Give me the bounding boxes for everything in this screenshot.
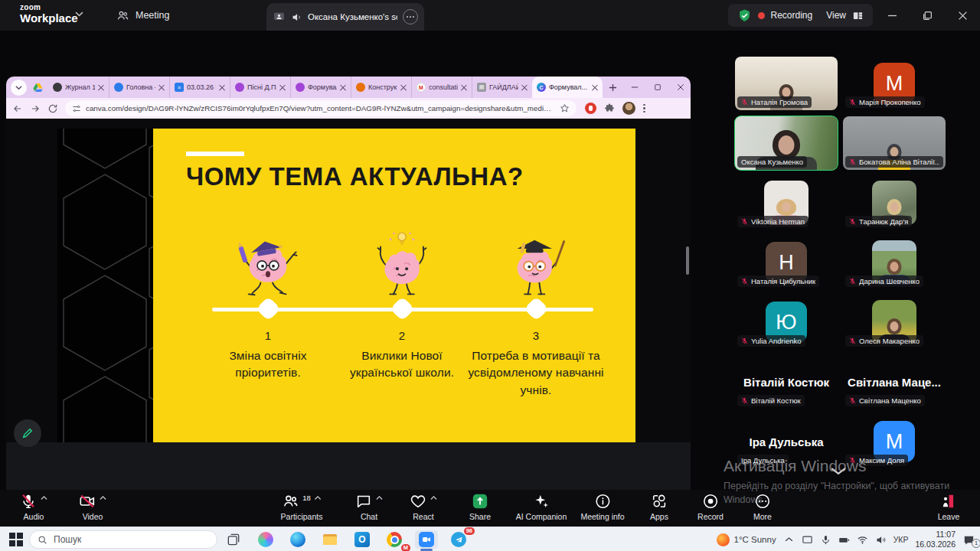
info-button[interactable]: Meeting info <box>580 493 624 521</box>
scrollbar-thumb[interactable] <box>686 246 689 275</box>
browser-tab[interactable]: ▤ГАЙДЛАЙН <box>472 77 532 98</box>
taskbar-clock[interactable]: 11:07 16.03.2026 <box>915 530 956 549</box>
taskbar-app-copilot[interactable] <box>254 530 277 549</box>
chevron-up-icon[interactable] <box>41 496 47 500</box>
google-drive-icon[interactable] <box>32 82 44 93</box>
weather-label: 1°C Sunny <box>734 535 776 544</box>
browser-menu-kebab-icon[interactable] <box>643 104 645 113</box>
microphone-tray-icon[interactable] <box>820 534 831 546</box>
notification-center-icon[interactable]: 1 <box>962 534 975 546</box>
start-button-windows-icon[interactable] <box>9 533 23 546</box>
tab-close-icon[interactable] <box>592 84 598 90</box>
participant-tile[interactable]: ННаталія Цибульник <box>735 236 838 289</box>
url-field[interactable]: canva.com/design/DAG9R-lYNZw/zRCIS76im0r… <box>65 100 577 116</box>
participant-tile[interactable]: ЮYulia Andrienko <box>735 295 838 349</box>
browser-tab[interactable]: Формувал <box>290 77 351 98</box>
tab-shared-screen[interactable]: Оксана Кузьменко's screen <box>266 3 424 31</box>
speaker-tray-icon[interactable] <box>875 534 887 546</box>
chevron-up-icon[interactable] <box>430 496 437 500</box>
tab-search-chevron-icon[interactable] <box>11 80 27 96</box>
participant-tile[interactable]: Олеся Макаренко <box>843 295 946 349</box>
browser-tab[interactable]: Головна – С <box>109 77 169 98</box>
participant-tile[interactable]: Viktoriia Herman <box>735 176 838 230</box>
audio-button[interactable]: Audio <box>20 493 47 521</box>
taskbar-app-telegram[interactable]: 96 <box>447 530 470 549</box>
participant-tile[interactable]: Іра ДульськаІра Дульська <box>735 415 838 468</box>
browser-tab[interactable]: Журнал 11 <box>48 77 109 98</box>
chevron-up-icon[interactable] <box>376 496 383 500</box>
tab-options-ellipsis-icon[interactable] <box>403 9 418 24</box>
view-button-label[interactable]: View <box>826 10 846 21</box>
browser-tab[interactable]: Пісні Д.Пав <box>230 77 290 98</box>
taskbar-app-zoomapp[interactable] <box>415 530 438 549</box>
taskbar-app-outlook[interactable]: O <box>351 530 374 549</box>
participant-tile[interactable]: Світлана Маце...Світлана Маценко <box>843 355 946 409</box>
browser-tab[interactable]: Mconsultation <box>411 77 472 98</box>
chevron-up-icon[interactable] <box>100 496 106 500</box>
record-button[interactable]: Record <box>697 493 724 521</box>
tab-close-icon[interactable] <box>521 84 528 90</box>
share-button[interactable]: Share <box>469 493 491 521</box>
tab-meeting[interactable]: Meeting <box>116 0 169 31</box>
leave-button[interactable]: Leave <box>938 493 960 521</box>
maximize-icon[interactable] <box>910 0 945 31</box>
browser-maximize-icon[interactable] <box>654 83 662 91</box>
taskbar-weather[interactable]: 1°C Sunny <box>717 533 776 546</box>
security-shield-icon[interactable] <box>737 8 752 23</box>
language-indicator[interactable]: УКР <box>893 535 909 544</box>
browser-minimize-icon[interactable] <box>631 83 639 91</box>
participant-tile[interactable]: Віталій КостюкВіталій Костюк <box>735 355 838 409</box>
cast-display-icon[interactable] <box>802 534 813 546</box>
tab-close-icon[interactable] <box>279 84 286 90</box>
taskbar-app-explorer[interactable] <box>318 530 341 549</box>
minimize-icon[interactable] <box>874 0 910 31</box>
participant-tile[interactable]: Бокатова Аліна Віталії... <box>843 116 946 170</box>
participant-tile[interactable]: MМаксим Доля <box>843 415 946 468</box>
tab-close-icon[interactable] <box>158 84 165 90</box>
adblock-extension-icon[interactable] <box>585 103 596 114</box>
wifi-icon[interactable] <box>857 534 868 546</box>
site-settings-icon[interactable] <box>72 104 81 113</box>
participants-button[interactable]: 18Participants <box>281 493 323 521</box>
close-icon[interactable] <box>945 0 980 31</box>
browser-tab[interactable]: Конструкто <box>351 77 411 98</box>
browser-profile-avatar[interactable] <box>622 102 635 115</box>
participant-tile[interactable]: Дарина Шевченко <box>843 236 946 289</box>
taskbar-app-chrome[interactable]: M <box>383 530 406 549</box>
chevron-down-icon[interactable] <box>75 11 83 18</box>
back-icon[interactable] <box>12 103 23 114</box>
new-tab-icon[interactable] <box>609 83 617 92</box>
zoom-workplace-logo: zoom Workplace <box>20 4 78 24</box>
annotate-pencil-button[interactable] <box>14 419 41 447</box>
view-layout-icon[interactable] <box>852 10 864 21</box>
tab-close-icon[interactable] <box>98 84 104 90</box>
video-button[interactable]: Video <box>79 493 106 521</box>
hidden-icons-chevron-icon[interactable] <box>783 534 795 546</box>
bookmark-star-icon[interactable] <box>560 103 570 113</box>
chat-button[interactable]: Chat <box>355 493 383 521</box>
participant-tile[interactable]: Таранюк Дар'я <box>843 176 946 230</box>
tab-close-icon[interactable] <box>400 84 407 90</box>
tab-close-icon[interactable] <box>219 84 225 90</box>
participant-tile[interactable]: Оксана Кузьменко <box>735 116 838 170</box>
browser-tab[interactable]: ≡03.03.26 Бе <box>169 77 230 98</box>
participants-scroll-chevron-icon[interactable] <box>830 467 847 476</box>
tab-close-icon[interactable] <box>340 84 346 90</box>
reload-icon[interactable] <box>47 103 58 114</box>
apps-button[interactable]: Apps <box>650 493 668 521</box>
browser-close-icon[interactable] <box>677 83 684 91</box>
participant-tile[interactable]: Наталія Громова <box>735 57 838 110</box>
extensions-puzzle-icon[interactable] <box>604 103 615 114</box>
forward-icon[interactable] <box>30 103 41 114</box>
taskbar-app-edge[interactable] <box>286 530 309 549</box>
taskbar-app-taskview[interactable] <box>222 530 245 549</box>
react-button[interactable]: React <box>410 493 437 521</box>
taskbar-search[interactable]: Пошук <box>29 530 217 549</box>
tab-close-icon[interactable] <box>461 84 467 90</box>
browser-tab[interactable]: CФормувал... <box>532 77 603 98</box>
participant-tile[interactable]: MМарія Прокопенко <box>843 57 946 110</box>
chevron-up-icon[interactable] <box>315 496 322 500</box>
more-button[interactable]: More <box>753 493 772 521</box>
battery-icon[interactable] <box>838 534 850 546</box>
ai-button[interactable]: AI Companion <box>516 493 567 521</box>
